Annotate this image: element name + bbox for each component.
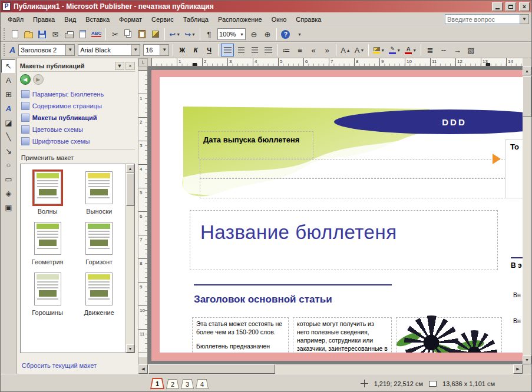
- layout-thumb-gorizont[interactable]: [84, 220, 114, 257]
- reset-layout-link[interactable]: Сбросить текущий макет: [22, 362, 97, 369]
- task-pane-dropdown-icon[interactable]: ▼: [115, 62, 124, 70]
- arrow-tool[interactable]: ↘: [1, 144, 15, 158]
- layout-scrollbar[interactable]: ▲ ▼: [125, 164, 134, 353]
- maximize-button[interactable]: [505, 2, 516, 11]
- horizontal-ruler[interactable]: 1234567891011121314: [148, 58, 523, 67]
- article-column-2[interactable]: которые могут получить из него полезные …: [293, 317, 392, 353]
- taskpane-link-font-schemes[interactable]: Шрифтовые схемы: [20, 135, 135, 147]
- bullet-list-button[interactable]: ≡: [293, 44, 306, 57]
- right-margin-marker[interactable]: [486, 63, 490, 66]
- horizontal-scrollbar-thumb[interactable]: [148, 364, 275, 374]
- vertical-scrollbar[interactable]: ▲ ▼: [523, 67, 531, 364]
- increase-indent-button[interactable]: »: [320, 44, 333, 57]
- toolbar-options-button[interactable]: ▼: [293, 28, 306, 41]
- rectangle-tool[interactable]: ▭: [1, 172, 15, 186]
- layout-thumb-dvizhenie[interactable]: [84, 271, 114, 307]
- print-preview-button[interactable]: [76, 28, 89, 41]
- redo-button[interactable]: ↪▼: [183, 28, 197, 41]
- line-color-button[interactable]: ✎▼: [387, 44, 402, 57]
- fill-color-dropdown-icon[interactable]: ▼: [381, 48, 385, 52]
- paste-button[interactable]: [136, 28, 148, 41]
- insert-table-tool[interactable]: ⊞: [1, 88, 15, 101]
- taskpane-link-color-schemes[interactable]: Цветовые схемы: [20, 124, 135, 135]
- style-combo[interactable]: Заголовок 2 ▼: [18, 44, 75, 56]
- article-column-1[interactable]: Эта статья может состоять не более чем и…: [192, 317, 289, 353]
- taskpane-link-publication-designs[interactable]: Макеты публикаций: [20, 112, 135, 124]
- menu-item-help[interactable]: Справка: [291, 14, 326, 25]
- menu-item-edit[interactable]: Правка: [28, 14, 60, 25]
- oval-tool[interactable]: ○: [1, 158, 15, 172]
- font-dropdown-icon[interactable]: ▼: [131, 45, 140, 55]
- left-margin-marker[interactable]: [193, 63, 197, 66]
- in-this-issue-box[interactable]: В э: [511, 257, 523, 273]
- numbered-list-button[interactable]: ≔: [280, 44, 293, 57]
- layout-thumb-goroshiny[interactable]: [32, 271, 63, 307]
- menu-item-window[interactable]: Окно: [267, 14, 292, 25]
- menu-item-tools[interactable]: Сервис: [147, 14, 179, 25]
- taskpane-link-options[interactable]: Параметры: Бюллетень: [20, 88, 135, 100]
- scroll-down-icon[interactable]: ▼: [126, 344, 134, 353]
- undo-dropdown-icon[interactable]: ▼: [176, 32, 180, 36]
- article-headline-block[interactable]: Заголовок основной статьи: [194, 284, 392, 305]
- scroll-right-icon[interactable]: ▶: [513, 364, 523, 374]
- minimize-button[interactable]: [492, 2, 503, 11]
- page-tab-2[interactable]: 2: [166, 379, 179, 389]
- picture-frame-tool[interactable]: ◪: [1, 116, 15, 129]
- insert-wordart-tool[interactable]: А: [1, 102, 15, 115]
- bold-button[interactable]: Ж: [176, 44, 189, 57]
- shadow-style-button[interactable]: ▧: [464, 44, 477, 57]
- font-size-combo[interactable]: 16 ▼: [143, 44, 169, 56]
- underline-button[interactable]: Ч: [203, 44, 216, 57]
- menu-item-format[interactable]: Формат: [114, 14, 147, 25]
- menu-item-view[interactable]: Вид: [60, 14, 81, 25]
- menu-item-insert[interactable]: Вставка: [81, 14, 114, 25]
- close-button[interactable]: ×: [519, 2, 530, 11]
- increase-font-button[interactable]: А▲: [339, 44, 352, 57]
- page-tab-4[interactable]: 4: [196, 379, 209, 389]
- font-color-button[interactable]: А▼: [403, 44, 418, 57]
- open-button[interactable]: [22, 28, 35, 41]
- empty-textbox[interactable]: [200, 160, 506, 178]
- line-tool[interactable]: ╲: [1, 130, 15, 144]
- zoom-dropdown-icon[interactable]: ▼: [240, 32, 244, 36]
- decrease-font-button[interactable]: А▼: [353, 44, 366, 57]
- menu-item-table[interactable]: Таблица: [179, 14, 213, 25]
- ruler-corner[interactable]: L: [138, 58, 148, 67]
- layout-thumb-volny[interactable]: [32, 170, 63, 206]
- fill-color-button[interactable]: ▼: [371, 44, 386, 57]
- decrease-indent-button[interactable]: «: [307, 44, 320, 57]
- line-style-button[interactable]: ≣: [424, 44, 437, 57]
- scroll-up-icon[interactable]: ▲: [523, 67, 531, 75]
- arrow-style-button[interactable]: →: [451, 44, 464, 57]
- page-tab-3[interactable]: 3: [181, 379, 194, 389]
- menu-item-arrange[interactable]: Расположение: [213, 14, 267, 25]
- horizontal-scrollbar[interactable]: ◀ ▶: [138, 364, 523, 374]
- task-pane-close-icon[interactable]: ×: [125, 62, 135, 70]
- align-right-button[interactable]: [248, 44, 261, 57]
- hotspot-tool[interactable]: ◈: [1, 187, 15, 200]
- help-button[interactable]: ?: [279, 28, 292, 41]
- mail-button[interactable]: ✉: [49, 28, 62, 41]
- font-color-dropdown-icon[interactable]: ▼: [412, 48, 417, 52]
- zoom-in-button[interactable]: ⊕: [261, 28, 274, 41]
- scroll-left-icon[interactable]: ◀: [138, 364, 148, 374]
- format-painter-button[interactable]: [149, 28, 162, 41]
- sidebar-story-box[interactable]: То: [505, 139, 523, 198]
- layout-thumb-geometriya[interactable]: [32, 220, 63, 257]
- select-tool[interactable]: ↖: [1, 59, 15, 73]
- dash-style-button[interactable]: ╌: [437, 44, 450, 57]
- ask-question-dropdown-icon[interactable]: ▼: [520, 14, 529, 24]
- save-button[interactable]: [35, 28, 48, 41]
- scroll-down-icon[interactable]: ▼: [523, 356, 531, 364]
- menu-item-file[interactable]: Файл: [3, 14, 28, 25]
- taskpane-link-page-content[interactable]: Содержимое страницы: [20, 100, 135, 112]
- vertical-scrollbar-thumb[interactable]: [523, 76, 531, 117]
- cut-button[interactable]: ✂: [108, 28, 121, 41]
- copy-button[interactable]: [122, 28, 135, 41]
- issue-date-textbox[interactable]: Дата выпуска бюллетеня: [198, 131, 313, 158]
- toolbar-grip[interactable]: [4, 28, 6, 40]
- scrollbar-thumb[interactable]: [126, 173, 134, 206]
- font-combo[interactable]: Arial Black ▼: [78, 44, 140, 56]
- vertical-ruler[interactable]: 1234567891011: [138, 67, 148, 364]
- back-icon[interactable]: ◀: [20, 74, 31, 85]
